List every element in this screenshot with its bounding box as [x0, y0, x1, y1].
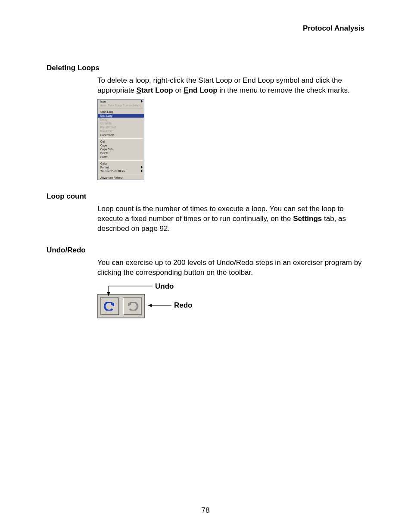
menu-item[interactable]: Advanced Refresh — [98, 176, 144, 180]
menu-item: Run Bit Stuff — [98, 125, 144, 129]
menu-item[interactable]: Color — [98, 162, 144, 165]
menu-item[interactable]: End Loop — [98, 114, 144, 118]
undo-icon — [104, 302, 116, 311]
menu-item: Insert Data Stage Transaction(s) — [98, 103, 144, 107]
redo-button[interactable] — [123, 297, 142, 315]
menu-item: Run EOP — [98, 129, 144, 133]
heading-loop-count: Loop count — [47, 192, 364, 201]
menu-separator — [99, 160, 143, 161]
submenu-arrow-icon — [141, 170, 143, 172]
heading-deleting-loops: Deleting Loops — [47, 64, 364, 72]
menu-item[interactable]: Copy Data — [98, 147, 144, 151]
menu-item[interactable]: Bookmarks — [98, 133, 144, 137]
svg-marker-6 — [148, 304, 152, 307]
text-end-loop-e: E — [184, 86, 188, 94]
menu-separator — [99, 108, 143, 109]
text-start-loop-rest: tart Loop — [141, 86, 173, 94]
page: Protocol Analysis Deleting Loops To dele… — [0, 0, 411, 532]
menu-item[interactable]: Start Loop — [98, 110, 144, 114]
redo-icon — [126, 302, 138, 311]
page-number: 78 — [0, 506, 411, 515]
text: or — [173, 86, 184, 94]
menu-item[interactable]: Paste — [98, 155, 144, 159]
toolbar — [97, 294, 145, 318]
submenu-arrow-icon — [141, 100, 143, 103]
undo-button[interactable] — [100, 297, 119, 315]
menu-item[interactable]: Delete — [98, 151, 144, 155]
menu-separator — [99, 138, 143, 139]
undo-redo-figure: Undo Redo — [97, 282, 209, 321]
undo-label: Undo — [155, 282, 174, 291]
menu-separator — [99, 174, 143, 175]
redo-label: Redo — [174, 301, 193, 310]
context-menu-figure: InsertInsert Data Stage Transaction(s)St… — [97, 99, 144, 180]
heading-undo-redo: Undo/Redo — [47, 246, 364, 255]
menu-item[interactable]: Insert — [98, 100, 144, 103]
paragraph-deleting-loops: To delete a loop, right-click the Start … — [97, 76, 364, 96]
menu-item: Bit Width — [98, 121, 144, 125]
menu-item[interactable]: Transfer Data Block — [98, 169, 144, 173]
menu-item: Delay — [98, 118, 144, 121]
text: You can exercise up to 200 levels of Und… — [97, 258, 364, 278]
page-header-title: Protocol Analysis — [47, 24, 364, 33]
menu-item[interactable]: Copy — [98, 143, 144, 147]
paragraph-loop-count: Loop count is the number of times to exe… — [97, 204, 364, 234]
text-start-loop-s: S — [137, 86, 141, 94]
text-settings: Settings — [293, 215, 322, 223]
text: in the menu to remove the check marks. — [218, 86, 350, 94]
paragraph-undo-redo: You can exercise up to 200 levels of Und… — [97, 258, 364, 278]
text-end-loop-rest: nd Loop — [189, 86, 218, 94]
menu-item[interactable]: Format — [98, 165, 144, 169]
submenu-arrow-icon — [141, 166, 143, 168]
menu-item[interactable]: Cut — [98, 140, 144, 143]
